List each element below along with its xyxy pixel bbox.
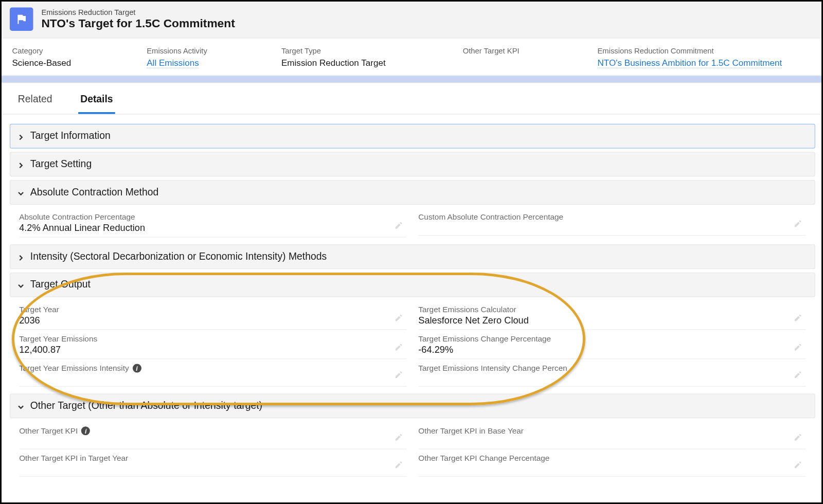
- pencil-icon[interactable]: [395, 433, 403, 444]
- other-target-value[interactable]: [19, 463, 406, 477]
- category-label: Category: [12, 47, 94, 56]
- intensity-label: Target Year Emissions Intensity i: [19, 364, 406, 372]
- target-year-label: Target Year: [19, 305, 406, 314]
- section-target-output[interactable]: Target Output: [10, 273, 815, 297]
- other-target-label: Other Target KPI in Target Year: [19, 454, 406, 463]
- abs-pct-value[interactable]: 4.2% Annual Linear Reduction: [19, 222, 406, 238]
- section-other-target[interactable]: Other Target (Other than Absolute or Int…: [10, 393, 815, 418]
- pencil-icon[interactable]: [794, 219, 802, 230]
- chevron-right-icon: [17, 133, 25, 140]
- other-kpi-label: Other Target KPI: [463, 47, 545, 56]
- pencil-icon[interactable]: [395, 314, 403, 325]
- other-kpi-label-text: Other Target KPI: [19, 426, 78, 435]
- tab-details[interactable]: Details: [78, 89, 116, 114]
- section-title: Absolute Contraction Method: [30, 187, 159, 199]
- custom-abs-value[interactable]: [418, 222, 806, 236]
- section-title: Intensity (Sectoral Decarbonization or E…: [30, 251, 327, 263]
- change-label: Target Emissions Change Percentage: [418, 335, 806, 344]
- pencil-icon[interactable]: [395, 221, 403, 232]
- section-title: Target Information: [30, 130, 111, 142]
- section-title: Other Target (Other than Absolute or Int…: [30, 400, 262, 412]
- intensity-change-label: Target Emissions Intensity Change Percen: [418, 364, 806, 372]
- target-year-text: 2036: [19, 315, 40, 325]
- target-type-value: Emission Reduction Target: [281, 58, 410, 67]
- chevron-down-icon: [17, 281, 25, 289]
- info-icon[interactable]: i: [81, 426, 90, 435]
- other-kpi-label: Other Target KPI i: [19, 426, 406, 435]
- section-absolute-contraction[interactable]: Absolute Contraction Method: [10, 180, 815, 205]
- commitment-link[interactable]: NTO's Business Ambition for 1.5C Commitm…: [597, 58, 782, 68]
- abs-pct-label: Absolute Contraction Percentage: [19, 213, 406, 222]
- activity-label: Emissions Activity: [147, 47, 228, 56]
- record-tabs: Related Details: [2, 83, 823, 114]
- category-value: Science-Based: [12, 58, 94, 67]
- divider-bar: [2, 76, 823, 83]
- other-kpi-value[interactable]: [19, 435, 406, 449]
- chevron-down-icon: [17, 189, 25, 196]
- pencil-icon[interactable]: [794, 343, 802, 354]
- pencil-icon[interactable]: [395, 370, 403, 382]
- emissions-label: Target Year Emissions: [19, 335, 406, 344]
- pencil-icon[interactable]: [794, 314, 802, 325]
- intensity-value[interactable]: [19, 372, 406, 386]
- object-label: Emissions Reduction Target: [41, 8, 235, 17]
- change-text: -64.29%: [418, 345, 453, 354]
- pencil-icon[interactable]: [395, 343, 403, 354]
- section-intensity-methods[interactable]: Intensity (Sectoral Decarbonization or E…: [10, 244, 815, 269]
- emissions-value[interactable]: 12,400.87: [19, 344, 406, 359]
- other-change-label: Other Target KPI Change Percentage: [418, 454, 806, 463]
- custom-abs-label: Custom Absolute Contraction Percentage: [418, 213, 806, 222]
- intensity-label-text: Target Year Emissions Intensity: [19, 364, 129, 372]
- intensity-change-value[interactable]: [418, 372, 806, 386]
- abs-pct-text: 4.2% Annual Linear Reduction: [19, 223, 145, 232]
- chevron-down-icon: [17, 403, 25, 410]
- summary-fields: Category Science-Based Emissions Activit…: [2, 39, 823, 76]
- other-base-value[interactable]: [418, 435, 806, 449]
- section-target-information[interactable]: Target Information: [10, 124, 815, 149]
- info-icon[interactable]: i: [132, 364, 141, 372]
- change-value[interactable]: -64.29%: [418, 344, 806, 359]
- activity-link[interactable]: All Emissions: [147, 58, 199, 68]
- target-type-label: Target Type: [281, 47, 410, 56]
- tab-related[interactable]: Related: [15, 89, 55, 114]
- section-title: Target Output: [30, 279, 91, 291]
- calc-value[interactable]: Salesforce Net Zero Cloud: [418, 314, 806, 330]
- section-title: Target Setting: [30, 158, 92, 170]
- commitment-label: Emissions Reduction Commitment: [597, 47, 784, 56]
- pencil-icon[interactable]: [794, 433, 802, 444]
- page-title: NTO's Target for 1.5C Commitment: [41, 17, 235, 30]
- target-year-value[interactable]: 2036: [19, 314, 406, 330]
- emissions-text: 12,400.87: [19, 345, 61, 354]
- other-change-value[interactable]: [418, 463, 806, 477]
- pencil-icon[interactable]: [794, 370, 802, 382]
- record-header: Emissions Reduction Target NTO's Target …: [2, 2, 823, 39]
- pencil-icon[interactable]: [395, 460, 403, 472]
- calc-label: Target Emissions Calculator: [418, 305, 806, 314]
- flag-icon: [10, 7, 33, 31]
- other-base-label: Other Target KPI in Base Year: [418, 426, 806, 435]
- calc-text: Salesforce Net Zero Cloud: [418, 315, 529, 325]
- section-target-setting[interactable]: Target Setting: [10, 152, 815, 176]
- chevron-right-icon: [17, 161, 25, 168]
- pencil-icon[interactable]: [794, 460, 802, 472]
- chevron-right-icon: [17, 253, 25, 260]
